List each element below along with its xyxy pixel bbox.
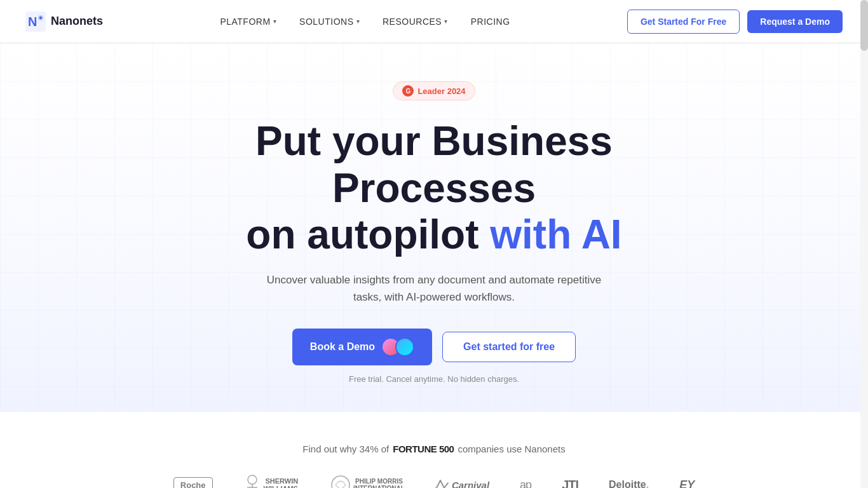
sherwin-williams-logo: SHERWINWILLIAMS. bbox=[243, 475, 300, 488]
deloitte-logo: Deloitte. bbox=[609, 479, 649, 488]
book-demo-button[interactable]: Book a Demo bbox=[292, 329, 432, 365]
logo-icon: N bbox=[25, 11, 46, 32]
companies-text-after: companies use Nanonets bbox=[458, 444, 565, 454]
chevron-down-icon: ▾ bbox=[356, 18, 360, 25]
scrollbar-thumb[interactable] bbox=[860, 0, 868, 51]
hero-title-line2-plain: on autopilot bbox=[246, 212, 490, 257]
trial-text: Free trial. Cancel anytime. No hidden ch… bbox=[349, 374, 519, 384]
hero-title: Put your Business Processes on autopilot… bbox=[186, 118, 682, 259]
nav-resources[interactable]: RESOURCES ▾ bbox=[383, 17, 448, 27]
svg-point-4 bbox=[248, 475, 257, 484]
g2-badge: G Leader 2024 bbox=[393, 81, 475, 100]
hero-cta-row: Book a Demo Get started for free bbox=[292, 329, 576, 365]
nav-platform[interactable]: PLATFORM ▾ bbox=[220, 17, 276, 27]
nav-links: PLATFORM ▾ SOLUTIONS ▾ RESOURCES ▾ PRICI… bbox=[220, 17, 510, 27]
svg-point-3 bbox=[39, 17, 42, 19]
logo-text: Nanonets bbox=[51, 15, 103, 28]
companies-section: Find out why 34% of FORTUNE 500 companie… bbox=[0, 412, 868, 488]
chevron-down-icon: ▾ bbox=[273, 18, 277, 25]
nav-solutions[interactable]: SOLUTIONS ▾ bbox=[299, 17, 360, 27]
ap-logo: ap bbox=[520, 478, 531, 489]
g2-label: Leader 2024 bbox=[417, 86, 465, 96]
philip-morris-logo: PHILIP MORRISINTERNATIONAL bbox=[330, 475, 405, 488]
request-demo-button[interactable]: Request a Demo bbox=[747, 10, 843, 33]
get-started-button[interactable]: Get Started For Free bbox=[627, 10, 740, 34]
carnival-logo: Carnival bbox=[435, 479, 489, 488]
hero-section: G Leader 2024 Put your Business Processe… bbox=[0, 43, 868, 412]
svg-text:N: N bbox=[28, 15, 37, 29]
nav-actions: Get Started For Free Request a Demo bbox=[627, 10, 843, 34]
demo-avatars bbox=[381, 337, 414, 356]
companies-text-before: Find out why 34% of bbox=[302, 444, 389, 454]
company-logos-row: Roche SHERWINWILLIAMS. PHILIP MORRISINTE… bbox=[25, 475, 843, 488]
roche-logo: Roche bbox=[173, 477, 213, 489]
companies-text: Find out why 34% of FORTUNE 500 companie… bbox=[302, 444, 565, 454]
jti-logo: JTI bbox=[562, 478, 578, 489]
hero-title-highlight: with AI bbox=[490, 212, 621, 257]
navbar: N Nanonets PLATFORM ▾ SOLUTIONS ▾ RESOUR… bbox=[0, 0, 868, 43]
fortune500-text: FORTUNE 500 bbox=[393, 444, 454, 454]
g2-icon: G bbox=[402, 85, 414, 97]
hero-title-line1: Put your Business Processes bbox=[255, 118, 613, 211]
ey-logo: EY bbox=[679, 478, 695, 489]
chevron-down-icon: ▾ bbox=[444, 18, 448, 25]
get-started-free-button[interactable]: Get started for free bbox=[442, 332, 576, 362]
scrollbar-track[interactable] bbox=[860, 0, 868, 488]
nav-pricing[interactable]: PRICING bbox=[471, 17, 510, 27]
svg-point-7 bbox=[332, 476, 349, 488]
avatar-2 bbox=[395, 337, 414, 356]
hero-subtitle: Uncover valuable insights from any docum… bbox=[256, 271, 612, 306]
logo[interactable]: N Nanonets bbox=[25, 11, 103, 32]
